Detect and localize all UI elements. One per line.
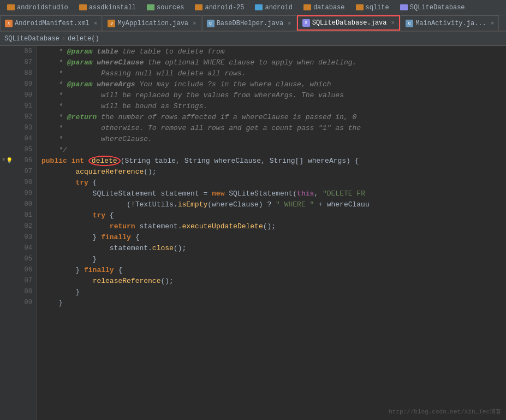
breadcrumb-method[interactable]: delete(): [68, 35, 99, 43]
tab-label: android: [265, 4, 292, 11]
gutter-line-99: 99: [0, 188, 37, 199]
gutter-line-89: 89: [0, 79, 37, 90]
tab-sources[interactable]: sources: [142, 1, 189, 15]
gutter-line-97: 97: [0, 166, 37, 177]
java-file-icon: J: [108, 20, 115, 27]
java-c2-file-icon: C: [406, 20, 413, 27]
folder-icon-database: [303, 4, 311, 10]
file-tabs-bar: X AndroidManifest.xml × J MyApplication.…: [0, 15, 506, 32]
file-tab-myapplication[interactable]: J MyApplication.java ×: [103, 15, 201, 31]
gutter-line-98: 98: [0, 177, 37, 188]
folder-icon-sqlitedatabase: [400, 4, 408, 10]
gutter-line-100: 00: [0, 199, 37, 210]
gutter-line-102: 02: [0, 221, 37, 232]
gutter-line-90: 90: [0, 90, 37, 100]
code-line-101: try {: [37, 210, 506, 221]
close-tab-basedbhelper[interactable]: ×: [288, 20, 291, 27]
file-tab-sqlitedatabase[interactable]: S SQLiteDatabase.java ×: [297, 15, 400, 31]
tab-label: SQLiteDatabase: [410, 4, 465, 11]
line-number-gutter: 86 87 88 89 90 91 92 93 94 95 ▼ 💡 96 97 …: [0, 46, 37, 420]
code-line-87: * @param whereClause the optional WHERE …: [37, 57, 506, 68]
gutter-line-106: 06: [0, 264, 37, 275]
file-tab-label: MyApplication.java: [117, 20, 188, 27]
tab-label: android-25: [205, 4, 244, 11]
code-line-88: * Passing null will delete all rows.: [37, 68, 506, 79]
java-s-file-icon: S: [302, 19, 310, 27]
file-tab-label: BaseDBHelper.java: [217, 20, 283, 27]
code-line-86: * @param table the table to delete from: [37, 46, 506, 57]
gutter-line-87: 87: [0, 57, 37, 68]
code-line-108: }: [37, 286, 506, 297]
gutter-line-86: 86: [0, 46, 37, 57]
gutter-line-96: ▼ 💡 96: [0, 155, 37, 166]
gutter-line-101: 01: [0, 210, 37, 221]
file-tab-basedbhelper[interactable]: C BaseDBHelper.java ×: [202, 15, 296, 31]
file-tab-label: MainActivity.ja...: [415, 20, 486, 27]
watermark: http://blog.csdn.net/Xin_Tec博客: [389, 407, 502, 416]
gutter-line-88: 88: [0, 68, 37, 79]
code-line-109: }: [37, 297, 506, 308]
tab-database[interactable]: database: [299, 1, 350, 15]
code-line-96: public int delete(String table, String w…: [37, 155, 506, 166]
tab-sqlite[interactable]: sqlite: [351, 1, 394, 15]
tab-label: sqlite: [366, 4, 389, 11]
tab-label: androidstudio: [17, 4, 68, 11]
code-line-98: try {: [37, 177, 506, 188]
code-content[interactable]: * @param table the table to delete from …: [37, 46, 506, 420]
xml-file-icon: X: [5, 20, 13, 27]
code-line-92: * @return the number of rows affected if…: [37, 111, 506, 122]
breadcrumb-class[interactable]: SQLiteDatabase: [4, 35, 59, 43]
file-tab-mainactivity[interactable]: C MainActivity.ja... ×: [401, 15, 499, 31]
delete-highlight-circle: delete: [88, 156, 121, 166]
gutter-line-103: 03: [0, 232, 37, 242]
folder-icon-android: [255, 4, 263, 10]
gutter-line-95: 95: [0, 144, 37, 155]
folder-icon-android25: [195, 4, 203, 10]
code-line-97: acquireReference();: [37, 166, 506, 177]
close-tab-mainactivity[interactable]: ×: [491, 20, 495, 27]
tab-assdkinstall[interactable]: assdkinstall: [74, 1, 141, 15]
collapse-icon-96[interactable]: ▼: [2, 157, 5, 164]
code-line-91: * will be bound as Strings.: [37, 100, 506, 111]
gutter-line-109: 09: [0, 297, 37, 308]
gutter-line-93: 93: [0, 122, 37, 133]
code-line-95: */: [37, 144, 506, 155]
java-c-file-icon: C: [207, 20, 215, 27]
gutter-line-91: 91: [0, 100, 37, 111]
close-tab-myapplication[interactable]: ×: [193, 20, 197, 27]
folder-tabs-bar: androidstudio assdkinstall sources andro…: [0, 0, 506, 15]
file-tab-label: AndroidManifest.xml: [15, 20, 90, 27]
gutter-line-104: 04: [0, 242, 37, 253]
close-tab-androidmanifest[interactable]: ×: [94, 20, 98, 27]
code-line-94: * whereClause.: [37, 133, 506, 144]
folder-icon-androidstudio: [7, 4, 15, 10]
code-line-89: * @param whereArgs You may include ?s in…: [37, 79, 506, 90]
folder-icon-assdkinstall: [79, 4, 87, 10]
tab-android25[interactable]: android-25: [190, 1, 249, 15]
gutter-line-94: 94: [0, 133, 37, 144]
gutter-line-107: 07: [0, 275, 37, 286]
tab-sqlitedatabase[interactable]: SQLiteDatabase: [395, 1, 470, 15]
folder-icon-sqlite: [356, 4, 364, 10]
code-line-103: } finally {: [37, 232, 506, 242]
code-line-105: }: [37, 253, 506, 264]
code-line-102: return statement.executeUpdateDelete();: [37, 221, 506, 232]
editor-area: 86 87 88 89 90 91 92 93 94 95 ▼ 💡 96 97 …: [0, 46, 506, 420]
code-line-99: SQLiteStatement statement = new SQLiteSt…: [37, 188, 506, 199]
tab-label: sources: [157, 4, 184, 11]
tab-label: assdkinstall: [89, 4, 136, 11]
code-line-100: (!TextUtils.isEmpty(whereClause) ? " WHE…: [37, 199, 506, 210]
tab-androidstudio[interactable]: androidstudio: [2, 1, 73, 15]
file-tab-label: SQLiteDatabase.java: [312, 19, 387, 27]
close-tab-sqlitedatabase[interactable]: ×: [391, 20, 395, 26]
code-line-106: } finally {: [37, 264, 506, 275]
code-line-107: releaseReference();: [37, 275, 506, 286]
code-line-93: * otherwise. To remove all rows and get …: [37, 122, 506, 133]
code-line-90: * will be replaced by the values from wh…: [37, 90, 506, 100]
file-tab-androidmanifest[interactable]: X AndroidManifest.xml ×: [0, 15, 102, 31]
tab-label: database: [313, 4, 345, 11]
tab-android[interactable]: android: [250, 1, 297, 15]
breadcrumb: SQLiteDatabase › delete(): [0, 32, 506, 46]
gutter-line-108: 08: [0, 286, 37, 297]
gutter-line-92: 92: [0, 111, 37, 122]
